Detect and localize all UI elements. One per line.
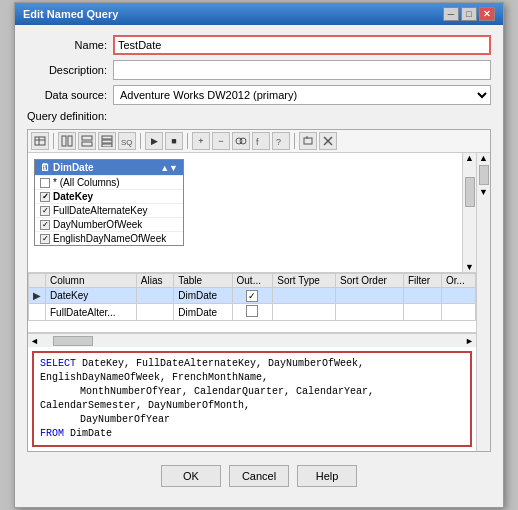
- scroll-thumb[interactable]: [465, 177, 475, 207]
- grid-row-1-sorttype[interactable]: [273, 288, 336, 304]
- close-button[interactable]: ✕: [479, 7, 495, 21]
- col-datekey-checkbox[interactable]: ✓: [40, 192, 50, 202]
- svg-rect-9: [102, 144, 112, 147]
- table-col-datekey[interactable]: ✓ DateKey: [35, 189, 183, 203]
- scroll-down-btn[interactable]: ▼: [465, 262, 474, 272]
- toolbar-stop-btn[interactable]: ■: [165, 132, 183, 150]
- grid-table: Column Alias Table Out... Sort Type Sort…: [28, 273, 476, 321]
- main-vertical-scrollbar[interactable]: ▲ ▼: [476, 153, 490, 451]
- table-col-fulldatealternatekey[interactable]: ✓ FullDateAlternateKey: [35, 203, 183, 217]
- grid-header-sortorder: Sort Order: [336, 274, 404, 288]
- grid-row-2-column[interactable]: FullDateAlter...: [46, 304, 137, 321]
- grid-row-2-sorttype[interactable]: [273, 304, 336, 321]
- grid-header-alias: Alias: [136, 274, 173, 288]
- content-area: 🗓 DimDate ▲▼ * (All Columns): [28, 153, 476, 451]
- grid-row-2-sortorder[interactable]: [336, 304, 404, 321]
- table-icon: 🗓: [40, 162, 50, 173]
- grid-row-1-sortorder[interactable]: [336, 288, 404, 304]
- h-scroll-right-btn[interactable]: ►: [465, 336, 474, 346]
- minimize-button[interactable]: ─: [443, 7, 459, 21]
- grid-row-2-out[interactable]: [232, 304, 273, 321]
- toolbar-param-btn[interactable]: ?: [272, 132, 290, 150]
- toolbar-extra2-btn[interactable]: [319, 132, 337, 150]
- scroll-up-btn[interactable]: ▲: [465, 153, 474, 163]
- toolbar-sql-btn[interactable]: SQL: [118, 132, 136, 150]
- query-toolbar: SQL ▶ ■ + − f ?: [28, 130, 490, 153]
- grid-row-2-table[interactable]: DimDate: [174, 304, 232, 321]
- toolbar-run-btn[interactable]: ▶: [145, 132, 163, 150]
- svg-rect-7: [102, 136, 112, 139]
- grid-header-table: Table: [174, 274, 232, 288]
- grid-header-column: Column: [46, 274, 137, 288]
- toolbar-join-btn[interactable]: [232, 132, 250, 150]
- help-button[interactable]: Help: [297, 465, 357, 487]
- table-column-list: * (All Columns) ✓ DateKey: [35, 175, 183, 245]
- main-scroll-up-btn[interactable]: ▲: [477, 153, 490, 163]
- col-fulldatealternatekey-checkbox[interactable]: ✓: [40, 206, 50, 216]
- grid-row-1-filter[interactable]: [403, 288, 441, 304]
- toolbar-add-table-btn[interactable]: [31, 132, 49, 150]
- grid-header-out: Out...: [232, 274, 273, 288]
- cancel-button[interactable]: Cancel: [229, 465, 289, 487]
- ok-button[interactable]: OK: [161, 465, 221, 487]
- sql-area[interactable]: SELECT DateKey, FullDateAlternateKey, Da…: [32, 351, 472, 447]
- col-datekey-label: DateKey: [53, 191, 93, 202]
- dialog-body: Name: Description: Data source: Adventur…: [15, 25, 503, 507]
- table-col-englishdaynameofweek[interactable]: ✓ EnglishDayNameOfWeek: [35, 231, 183, 245]
- svg-text:?: ?: [276, 137, 281, 147]
- grid-row-2-marker: [29, 304, 46, 321]
- grid-row-1-alias[interactable]: [136, 288, 173, 304]
- maximize-button[interactable]: □: [461, 7, 477, 21]
- select-columns-1: DateKey, FullDateAlternateKey, DayNumber…: [40, 358, 364, 383]
- grid-row-1-or[interactable]: [441, 288, 475, 304]
- col-daynumberofweek-checkbox[interactable]: ✓: [40, 220, 50, 230]
- toolbar-sep-2: [140, 133, 141, 149]
- dialog-title: Edit Named Query: [23, 8, 118, 20]
- select-columns-3: DayNumberOfYear: [80, 414, 170, 425]
- toolbar-col3-btn[interactable]: [98, 132, 116, 150]
- col-englishdaynameofweek-label: EnglishDayNameOfWeek: [53, 233, 166, 244]
- grid-header-marker: [29, 274, 46, 288]
- select-columns-2: MonthNumberOfYear, CalendarQuarter, Cale…: [40, 386, 374, 411]
- row-arrow-icon: ▶: [33, 290, 41, 301]
- table-name: DimDate: [53, 162, 94, 173]
- table-col-all[interactable]: * (All Columns): [35, 175, 183, 189]
- grid-horizontal-scrollbar[interactable]: ◄ ►: [28, 333, 476, 347]
- diagram-main: 🗓 DimDate ▲▼ * (All Columns): [28, 153, 462, 272]
- out-checkbox-1[interactable]: ✓: [246, 290, 258, 302]
- svg-text:f: f: [256, 137, 259, 147]
- grid-row-2-filter[interactable]: [403, 304, 441, 321]
- name-input[interactable]: [113, 35, 491, 55]
- grid-row-1-out[interactable]: ✓: [232, 288, 273, 304]
- toolbar-col1-btn[interactable]: [58, 132, 76, 150]
- col-englishdaynameofweek-checkbox[interactable]: ✓: [40, 234, 50, 244]
- toolbar-col2-btn[interactable]: [78, 132, 96, 150]
- table-col-daynumberofweek[interactable]: ✓ DayNumberOfWeek: [35, 217, 183, 231]
- toolbar-add-btn[interactable]: +: [192, 132, 210, 150]
- out-checkbox-2[interactable]: [246, 305, 258, 317]
- toolbar-sep-3: [187, 133, 188, 149]
- grid-row-2-alias[interactable]: [136, 304, 173, 321]
- diagram-vertical-scrollbar[interactable]: ▲ ▼: [462, 153, 476, 272]
- select-keyword: SELECT: [40, 358, 76, 369]
- h-scroll-left-btn[interactable]: ◄: [30, 336, 39, 346]
- main-scroll-thumb[interactable]: [479, 165, 489, 185]
- grid-row-2: FullDateAlter... DimDate: [29, 304, 476, 321]
- datasource-select[interactable]: Adventure Works DW2012 (primary): [113, 85, 491, 105]
- toolbar-remove-btn[interactable]: −: [212, 132, 230, 150]
- toolbar-func-btn[interactable]: f: [252, 132, 270, 150]
- grid-row-2-or[interactable]: [441, 304, 475, 321]
- description-input[interactable]: [113, 60, 491, 80]
- query-definition-label: Query definition:: [27, 110, 491, 122]
- grid-row-1-table[interactable]: DimDate: [174, 288, 232, 304]
- col-daynumberofweek-label: DayNumberOfWeek: [53, 219, 142, 230]
- col-all-checkbox[interactable]: [40, 178, 50, 188]
- h-scroll-thumb[interactable]: [53, 336, 93, 346]
- table-scroll-arrow[interactable]: ▲▼: [160, 163, 178, 173]
- grid-area: Column Alias Table Out... Sort Type Sort…: [28, 273, 476, 333]
- main-scroll-down-btn[interactable]: ▼: [477, 187, 490, 197]
- toolbar-extra1-btn[interactable]: [299, 132, 317, 150]
- from-keyword: FROM: [40, 428, 64, 439]
- name-label: Name:: [27, 39, 107, 51]
- grid-row-1-column[interactable]: DateKey: [46, 288, 137, 304]
